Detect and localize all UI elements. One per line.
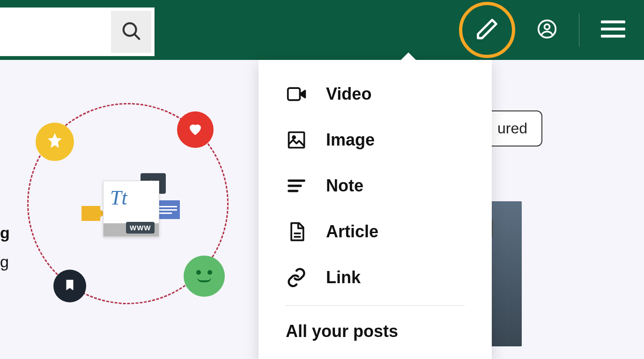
svg-point-3: [545, 24, 550, 29]
search-container: [0, 7, 155, 56]
video-icon: [286, 83, 307, 105]
dropdown-divider: [286, 305, 465, 306]
mini-camera-icon: [81, 206, 100, 221]
center-card: Tt WWW: [103, 181, 159, 237]
heart-badge: [177, 111, 214, 148]
article-icon: [286, 221, 307, 242]
mini-document-icon: [156, 200, 180, 219]
svg-point-9: [293, 136, 295, 139]
heart-icon: [187, 120, 204, 139]
search-button[interactable]: [111, 11, 151, 53]
topbar-actions: [459, 0, 625, 60]
svg-line-1: [134, 34, 139, 39]
star-icon: [45, 132, 64, 152]
heading-fragment: g: [0, 224, 10, 242]
topbar-divider: [579, 13, 579, 47]
smiley-badge: [184, 256, 225, 297]
compose-dropdown: Video Image Note: [259, 60, 492, 359]
compose-option-label: Article: [326, 222, 378, 242]
all-posts-link[interactable]: All your posts: [259, 308, 492, 341]
star-badge: [36, 123, 74, 161]
compose-option-link[interactable]: Link: [259, 255, 492, 300]
text-type-label: Tt: [110, 186, 127, 210]
compose-option-image[interactable]: Image: [259, 117, 492, 163]
content-card-image[interactable]: [489, 201, 522, 346]
compose-option-label: Video: [326, 84, 371, 104]
dropdown-arrow: [398, 52, 419, 63]
bookmark-icon: [63, 278, 77, 294]
search-icon: [120, 20, 142, 44]
profile-button[interactable]: [537, 19, 557, 41]
compose-button[interactable]: [459, 2, 515, 58]
image-icon: [286, 129, 307, 151]
user-circle-icon: [537, 33, 557, 41]
compose-option-label: Image: [326, 130, 375, 150]
link-icon: [286, 267, 307, 288]
hamburger-icon: [601, 32, 625, 40]
bookmark-badge: [53, 270, 86, 302]
top-navbar: [0, 0, 644, 60]
hero-illustration: Tt WWW: [0, 89, 259, 342]
compose-option-video[interactable]: Video: [259, 71, 492, 117]
www-badge: WWW: [126, 222, 155, 234]
pencil-icon: [475, 17, 499, 43]
compose-option-label: Note: [326, 176, 363, 196]
text-fragment: g: [0, 253, 9, 271]
compose-option-article[interactable]: Article: [259, 209, 492, 255]
svg-rect-8: [289, 132, 304, 148]
note-icon: [286, 175, 307, 197]
svg-rect-7: [288, 88, 300, 100]
hamburger-menu-button[interactable]: [601, 20, 625, 40]
compose-option-label: Link: [326, 268, 361, 287]
smiley-face-icon: [196, 270, 212, 282]
compose-option-note[interactable]: Note: [259, 163, 492, 209]
